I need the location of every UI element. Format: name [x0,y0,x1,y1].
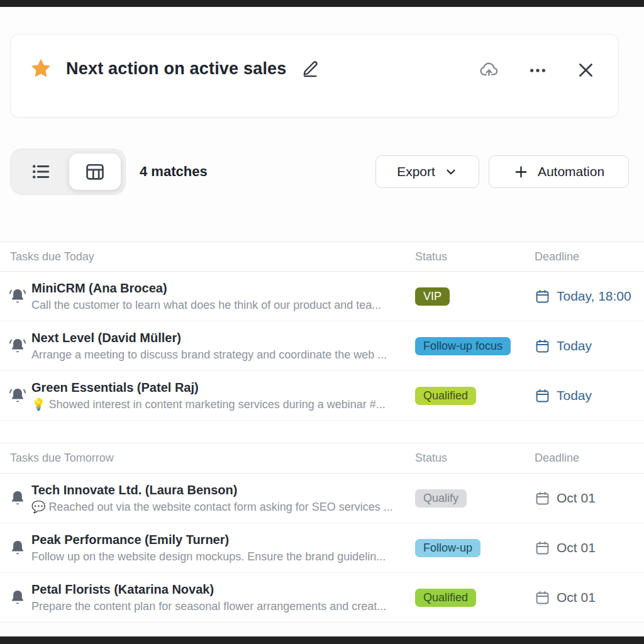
bottom-edge-bar [0,636,644,644]
export-button-label: Export [397,164,435,179]
status-badge: Follow-up [415,539,480,557]
deadline-value: Today [557,388,592,403]
column-header-deadline: Deadline [535,452,644,465]
section-header-tomorrow: Tasks due Tomorrow Status Deadline [0,443,644,474]
deadline-value: Today, 18:00 [557,289,631,304]
bell-ringing-icon [0,287,31,305]
task-title: Green Essentials (Patel Raj) [31,379,402,397]
calendar-icon [535,388,550,404]
column-header-tasks: Tasks due Tomorrow [0,452,415,465]
task-description: Follow up on the website design mockups.… [31,549,402,565]
calendar-icon [535,338,550,354]
table-row[interactable]: Green Essentials (Patel Raj) 💡 Showed in… [0,371,644,421]
export-button[interactable]: Export [375,155,479,188]
list-view-button[interactable] [15,153,67,190]
calendar-icon [535,540,550,556]
task-title: Petal Florists (Katarina Novak) [31,580,402,599]
task-description: Call the customer to learn what does he … [31,297,402,313]
section-spacer [0,421,644,443]
table-view-button[interactable] [69,153,121,190]
table-row[interactable]: Tech Innovate Ltd. (Laura Benson) 💬 Reac… [0,474,644,523]
column-header-status: Status [415,452,535,465]
page-title: Next action on active sales [66,59,287,79]
column-header-deadline: Deadline [535,250,644,264]
task-title: Next Level (David Müller) [31,329,402,347]
favorite-star-icon[interactable] [30,57,52,80]
task-description: 💡 Showed interest in content marketing s… [31,397,402,413]
more-options-icon[interactable] [528,61,547,80]
task-title: MiniCRM (Ana Brocea) [31,279,402,297]
bell-ringing-icon [0,387,31,404]
deadline-value: Oct 01 [557,540,596,555]
task-description: Prepare the content plan for seasonal fl… [31,599,402,614]
table-row[interactable]: MiniCRM (Ana Brocea) Call the customer t… [0,272,644,321]
column-header-status: Status [415,250,535,264]
view-mode-toggle [10,148,126,195]
status-badge: VIP [415,287,450,306]
view-header-card: Next action on active sales [10,34,619,118]
table-row[interactable]: Next Level (David Müller) Arrange a meet… [0,321,644,371]
column-header-tasks: Tasks due Today [0,250,415,264]
task-description: 💬 Reached out via the website contact fo… [31,499,402,515]
status-badge: Follow-up focus [415,337,511,355]
add-automation-button[interactable]: Automation [489,155,629,188]
edit-title-icon[interactable] [301,59,319,78]
table-row[interactable]: Petal Florists (Katarina Novak) Prepare … [0,573,644,623]
table-row[interactable]: Peak Performance (Emily Turner) Follow u… [0,523,644,573]
bell-icon [0,539,31,557]
bell-ringing-icon [0,337,31,355]
deadline-value: Today [557,338,592,353]
calendar-icon [535,491,550,506]
plus-icon [513,164,529,180]
task-table: Tasks due Today Status Deadline MiniCRM … [0,242,644,623]
bell-icon [0,589,31,606]
section-header-today: Tasks due Today Status Deadline [0,242,644,272]
status-badge: Qualify [415,489,467,508]
chevron-down-icon [444,165,458,179]
calendar-icon [535,289,550,304]
top-edge-bar [0,0,644,7]
automation-button-label: Automation [538,164,604,179]
deadline-value: Oct 01 [557,491,596,506]
task-title: Tech Innovate Ltd. (Laura Benson) [31,481,402,499]
task-title: Peak Performance (Emily Turner) [31,531,402,549]
bell-icon [0,489,31,507]
close-icon[interactable] [576,60,596,80]
task-description: Arrange a meeting to discuss brand strat… [31,347,402,363]
status-badge: Qualified [415,589,476,607]
match-count: 4 matches [140,148,208,195]
deadline-value: Oct 01 [557,590,596,605]
status-badge: Qualified [415,387,476,405]
calendar-icon [535,590,550,606]
cloud-upload-icon[interactable] [479,60,499,80]
